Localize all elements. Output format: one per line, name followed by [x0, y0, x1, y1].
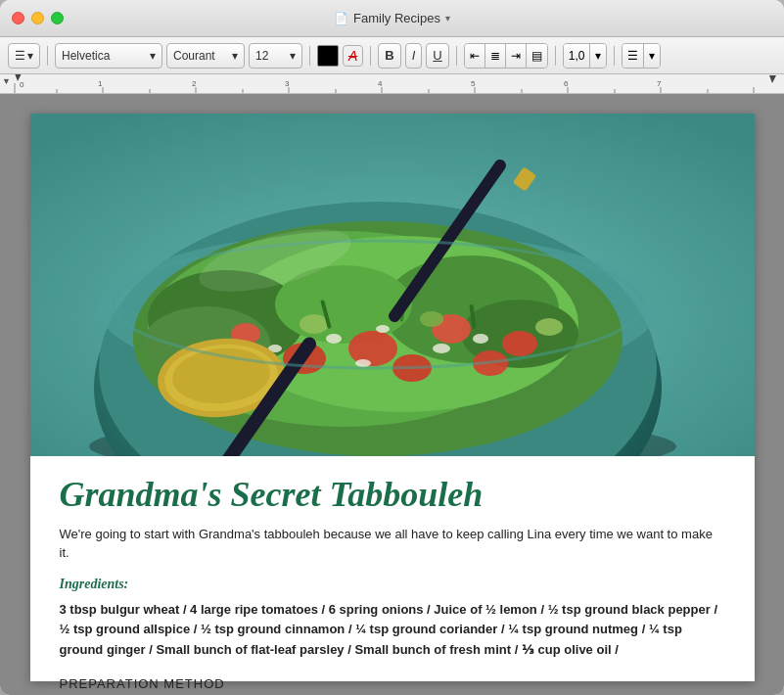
bold-button[interactable]: B — [378, 43, 400, 69]
line-spacing-button[interactable]: 1,0 — [564, 44, 591, 68]
list-icon: ☰ — [627, 49, 638, 63]
toolbar-separator-6 — [614, 46, 615, 66]
align-justify-button[interactable]: ▤ — [527, 44, 547, 68]
preparation-title: PREPARATION Method — [60, 676, 725, 691]
svg-point-41 — [348, 331, 397, 366]
document: Grandma's Secret Tabbouleh We're going t… — [30, 114, 755, 681]
close-button[interactable] — [12, 12, 24, 24]
font-family-chevron: ▾ — [150, 49, 156, 63]
toolbar: ☰ ▾ Helvetica ▾ Courant ▾ 12 ▾ A B — [0, 37, 784, 74]
title-dropdown-icon[interactable]: ▾ — [445, 13, 450, 23]
underline-label: U — [433, 48, 441, 63]
bold-label: B — [385, 48, 393, 63]
window-title: Family Recipes — [353, 11, 440, 25]
styles-icon: ☰ — [15, 49, 25, 63]
line-spacing-chevron-icon: ▾ — [595, 49, 601, 63]
align-center-icon: ≣ — [490, 49, 500, 63]
align-right-icon: ⇥ — [511, 49, 521, 63]
styles-chevron: ▾ — [27, 49, 33, 63]
svg-point-50 — [433, 344, 450, 353]
toolbar-separator-4 — [456, 46, 457, 66]
font-size-label: 12 — [255, 49, 268, 63]
align-left-icon: ⇤ — [470, 49, 480, 63]
app-window: 📄 Family Recipes ▾ ☰ ▾ Helvetica ▾ Coura… — [0, 0, 784, 695]
salad-bowl-svg — [30, 114, 755, 456]
ruler-left-indent-icon[interactable]: ▼ — [2, 76, 11, 86]
toolbar-separator-3 — [370, 46, 371, 66]
align-center-button[interactable]: ≣ — [485, 44, 506, 68]
svg-point-48 — [326, 334, 342, 344]
minimize-button[interactable] — [31, 12, 44, 24]
font-size-chevron: ▾ — [290, 49, 296, 63]
align-justify-icon: ▤ — [531, 49, 542, 63]
svg-point-49 — [376, 325, 390, 333]
list-group: ☰ ▾ — [622, 43, 661, 69]
align-right-button[interactable]: ⇥ — [506, 44, 527, 68]
line-spacing-chevron-button[interactable]: ▾ — [590, 44, 606, 68]
italic-button[interactable]: I — [405, 43, 423, 69]
svg-text:6: 6 — [564, 79, 569, 88]
traffic-lights — [12, 12, 64, 24]
font-style-chevron: ▾ — [232, 49, 238, 63]
svg-point-55 — [420, 311, 443, 327]
strikethrough-button[interactable]: A — [343, 45, 363, 67]
ingredients-text: 3 tbsp bulgur wheat / 4 large ripe tomat… — [60, 600, 725, 661]
toolbar-separator-1 — [47, 46, 48, 66]
svg-point-53 — [355, 359, 371, 367]
font-style-button[interactable]: Courant ▾ — [166, 43, 245, 69]
font-style-label: Courant — [173, 49, 215, 63]
maximize-button[interactable] — [51, 12, 64, 24]
text-color-swatch[interactable] — [317, 45, 339, 67]
recipe-intro: We're going to start with Grandma's tabb… — [60, 525, 725, 563]
document-area[interactable]: Grandma's Secret Tabbouleh We're going t… — [0, 94, 784, 695]
title-bar: 📄 Family Recipes ▾ — [0, 0, 784, 37]
svg-point-52 — [473, 334, 488, 344]
italic-label: I — [412, 48, 416, 63]
svg-point-44 — [502, 331, 537, 356]
svg-text:4: 4 — [378, 79, 383, 88]
svg-text:0: 0 — [20, 80, 24, 89]
svg-text:7: 7 — [657, 79, 662, 88]
strikethrough-icon: A — [348, 48, 357, 64]
svg-text:2: 2 — [192, 79, 197, 88]
svg-point-56 — [535, 318, 563, 336]
svg-text:3: 3 — [285, 79, 290, 88]
document-icon: 📄 — [334, 12, 348, 25]
list-chevron-icon: ▾ — [649, 49, 655, 63]
svg-text:5: 5 — [471, 79, 476, 88]
underline-button[interactable]: U — [426, 43, 448, 69]
ruler-svg: 0 1 2 3 4 5 6 7 — [0, 74, 784, 93]
list-chevron-button[interactable]: ▾ — [644, 44, 660, 68]
doc-content: Grandma's Secret Tabbouleh We're going t… — [30, 456, 755, 695]
svg-marker-26 — [769, 75, 776, 83]
font-size-button[interactable]: 12 ▾ — [249, 43, 302, 69]
recipe-image — [30, 114, 755, 456]
svg-text:1: 1 — [98, 79, 103, 88]
recipe-title: Grandma's Secret Tabbouleh — [60, 476, 725, 515]
ingredients-label: Ingredients: — [60, 577, 725, 592]
list-button[interactable]: ☰ — [623, 44, 644, 68]
styles-button[interactable]: ☰ ▾ — [8, 43, 40, 69]
window-title-area: 📄 Family Recipes ▾ — [334, 11, 450, 25]
align-left-button[interactable]: ⇤ — [465, 44, 485, 68]
alignment-group: ⇤ ≣ ⇥ ▤ — [464, 43, 548, 69]
toolbar-separator-2 — [309, 46, 310, 66]
svg-point-54 — [300, 314, 329, 334]
line-spacing-group: 1,0 ▾ — [563, 43, 608, 69]
line-spacing-label: 1,0 — [569, 49, 585, 63]
font-family-button[interactable]: Helvetica ▾ — [55, 43, 162, 69]
ruler: ▼ 0 1 2 3 4 5 6 7 — [0, 74, 784, 94]
font-family-label: Helvetica — [62, 49, 110, 63]
toolbar-separator-5 — [555, 46, 556, 66]
